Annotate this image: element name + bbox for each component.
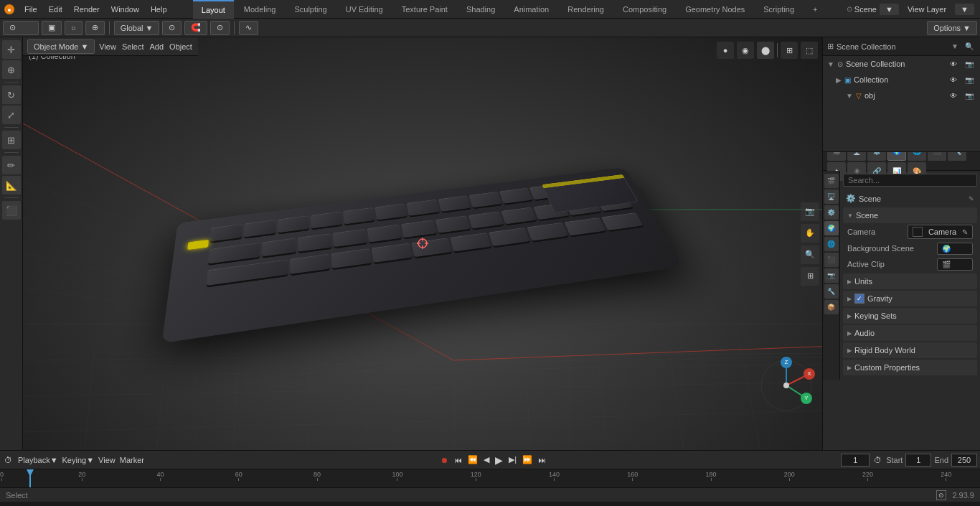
outliner-filter-icon[interactable]: ▼ (948, 40, 961, 53)
view-layer-props-icon[interactable]: ⚙️ (867, 152, 886, 161)
obj-render-icon[interactable]: 📷 (963, 89, 976, 102)
menu-help[interactable]: Help (145, 0, 173, 19)
obj-visible-icon[interactable]: 👁 (947, 89, 960, 102)
lasso-btn[interactable]: ⊕ (85, 21, 105, 35)
jump-end-btn[interactable]: ⏭ (537, 454, 547, 466)
start-frame-input[interactable]: 1 (905, 454, 931, 467)
add-workspace-button[interactable]: + (804, 0, 826, 19)
show-overlay-btn[interactable]: ⊞ (781, 42, 798, 59)
scene-selector[interactable]: ▼ (880, 4, 899, 15)
camera-value[interactable]: Camera ✎ (908, 225, 973, 239)
options-btn[interactable]: Options ▼ (927, 21, 977, 35)
outliner-obj[interactable]: ▼ ▽ obj 👁 📷 (823, 88, 980, 103)
timeline-mode-btn[interactable]: ⏱ (3, 454, 14, 466)
workspace-scripting[interactable]: Scripting (755, 0, 803, 19)
active-icon-9[interactable]: 📦 (824, 300, 839, 314)
workspace-sculpting[interactable]: Sculpting (286, 0, 335, 19)
camera-edit-icon[interactable]: ✎ (962, 228, 968, 236)
view-menu[interactable]: View (98, 41, 118, 52)
keying-sets-header[interactable]: ▶ Keying Sets (843, 308, 977, 324)
view-menu-btn[interactable]: View (97, 454, 117, 466)
prev-frame-btn[interactable]: ◀ (482, 454, 491, 466)
active-clip-value[interactable]: 🎬 (937, 258, 973, 271)
menu-window[interactable]: Window (105, 0, 145, 19)
select-menu[interactable]: Select (121, 41, 146, 52)
prev-keyframe-btn[interactable]: ⏪ (466, 454, 479, 466)
object-menu[interactable]: Object (168, 41, 194, 52)
current-frame-input[interactable]: 1 (841, 454, 870, 467)
active-icon-2[interactable]: 🖥️ (824, 189, 839, 204)
workspace-layout[interactable]: Layout (193, 0, 234, 19)
active-icon-6[interactable]: ⬛ (824, 253, 839, 267)
mode-select-btn[interactable]: ⊙ (3, 21, 39, 35)
collection-visible-icon[interactable]: 👁 (947, 73, 960, 86)
timeline-ruler[interactable]: 0 20 40 60 80 100 120 140 160 180 200 22… (0, 469, 980, 487)
move-tool-btn[interactable]: ⊕ (2, 60, 21, 79)
next-frame-btn[interactable]: ▶| (507, 454, 518, 466)
rigid-body-header[interactable]: ▶ Rigid Body World (843, 342, 977, 358)
circle-select-btn[interactable]: ○ (65, 21, 83, 35)
scene-section-header[interactable]: ▼ Scene (843, 207, 977, 223)
visibility-icon[interactable]: 👁 (947, 57, 960, 70)
proportional-btn[interactable]: ⊙ (210, 21, 230, 35)
navigation-gizmo[interactable]: X Y Z (758, 357, 815, 414)
end-frame-input[interactable]: 250 (951, 454, 977, 467)
active-icon-8[interactable]: 🔧 (824, 284, 839, 299)
scene-edit-icon[interactable]: ✎ (969, 195, 974, 202)
play-btn[interactable]: ▶ (494, 453, 504, 467)
scale-tool-btn[interactable]: ⤢ (2, 106, 21, 124)
outliner-scene-collection[interactable]: ▼ ⊙ Scene Collection 👁 📷 (823, 56, 980, 72)
active-icon-1[interactable]: 🎬 (824, 174, 839, 188)
render-icon[interactable]: 📷 (963, 57, 976, 70)
world-props-icon[interactable]: 🌐 (908, 152, 926, 161)
zoom-btn[interactable]: 🔍 (801, 245, 819, 264)
frame-time-icon[interactable]: ⏱ (872, 454, 883, 466)
proportional-toggle[interactable]: ∿ (239, 21, 258, 35)
keying-menu-btn[interactable]: Keying ▼ (61, 454, 96, 466)
pivot-btn[interactable]: ⊙ (162, 21, 182, 35)
next-keyframe-btn[interactable]: ⏩ (521, 454, 534, 466)
collections-btn[interactable]: ⊞ (801, 267, 819, 286)
marker-menu-btn[interactable]: Marker (118, 454, 146, 466)
solid-shading-btn[interactable]: ● (717, 42, 734, 59)
material-preview-btn[interactable]: ◉ (737, 42, 754, 59)
workspace-shading[interactable]: Shading (458, 0, 504, 19)
annotate-btn[interactable]: ✏ (2, 156, 21, 174)
viewport[interactable]: User Perspective (1) Collection ● ◉ ⬤ ⊞ … (23, 37, 822, 450)
add-menu[interactable]: Add (149, 41, 166, 52)
render-props-icon[interactable]: 🎬 (827, 152, 846, 161)
measure-btn[interactable]: 📐 (2, 176, 21, 195)
snap-btn[interactable]: 🧲 (184, 21, 207, 35)
cursor-tool-btn[interactable]: ✛ (2, 40, 21, 59)
active-icon-3[interactable]: ⚙️ (824, 205, 839, 220)
scene-props-icon[interactable]: 🌍 (887, 152, 906, 161)
collection-render-icon[interactable]: 📷 (963, 73, 976, 86)
gravity-checkbox[interactable]: ✓ (854, 294, 864, 304)
workspace-animation[interactable]: Animation (505, 0, 557, 19)
background-scene-value[interactable]: 🌍 (937, 243, 973, 255)
xray-btn[interactable]: ⬚ (801, 42, 818, 59)
transform-btn[interactable]: Global ▼ (114, 21, 160, 35)
gravity-section-header[interactable]: ▶ ✓ Gravity (843, 291, 977, 306)
outliner-search-icon[interactable]: 🔍 (963, 40, 976, 53)
outliner-collection[interactable]: ▶ ▣ Collection 👁 📷 (823, 72, 980, 88)
playback-menu-btn[interactable]: Playback ▼ (17, 454, 60, 466)
jump-start-btn[interactable]: ⏮ (453, 454, 463, 466)
transform-tool-btn[interactable]: ⊞ (2, 131, 21, 149)
rotate-tool-btn[interactable]: ↻ (2, 85, 21, 104)
units-section-header[interactable]: ▶ Units (843, 273, 977, 289)
workspace-texture-paint[interactable]: Texture Paint (393, 0, 456, 19)
props-search-input[interactable] (843, 174, 977, 187)
output-props-icon[interactable]: 🖥️ (847, 152, 866, 161)
active-icon-7[interactable]: 📷 (824, 268, 839, 283)
menu-render[interactable]: Render (68, 0, 105, 19)
view-layer-selector[interactable]: ▼ (955, 4, 974, 15)
workspace-rendering[interactable]: Rendering (559, 0, 613, 19)
add-cube-btn[interactable]: ⬛ (2, 201, 21, 220)
custom-props-header[interactable]: ▶ Custom Properties (843, 360, 977, 375)
hand-tool-btn[interactable]: ✋ (801, 224, 819, 243)
workspace-modeling[interactable]: Modeling (235, 0, 285, 19)
camera-view-btn[interactable]: 📷 (801, 202, 819, 221)
audio-section-header[interactable]: ▶ Audio (843, 325, 977, 341)
rendered-preview-btn[interactable]: ⬤ (757, 42, 774, 59)
